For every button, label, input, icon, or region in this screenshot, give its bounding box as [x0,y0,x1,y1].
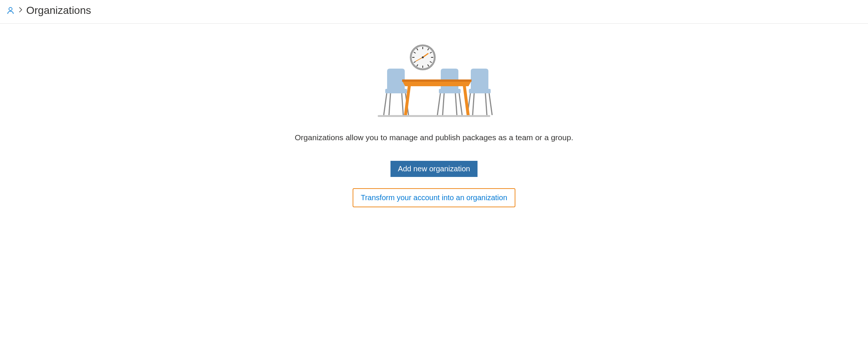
svg-line-30 [489,93,492,115]
empty-state-description: Organizations allow you to manage and pu… [295,133,573,142]
user-icon[interactable] [6,6,15,15]
svg-rect-18 [385,89,407,93]
svg-rect-1 [378,115,490,117]
svg-rect-33 [402,79,472,82]
svg-line-26 [443,93,444,115]
add-new-organization-button[interactable]: Add new organization [390,161,478,177]
svg-rect-23 [439,89,461,93]
svg-line-22 [402,93,403,115]
page-title: Organizations [26,4,91,16]
breadcrumb: Organizations [0,0,868,24]
svg-line-27 [455,93,457,115]
meeting-room-illustration [374,43,494,118]
svg-line-21 [389,93,390,115]
svg-line-19 [384,93,387,115]
chevron-right-icon [19,7,23,15]
svg-rect-28 [469,89,491,93]
svg-line-25 [459,93,462,115]
svg-line-32 [485,93,487,115]
empty-state: Organizations allow you to manage and pu… [0,24,868,207]
svg-line-31 [473,93,474,115]
svg-point-0 [9,7,12,10]
svg-line-24 [437,93,440,115]
svg-point-17 [422,57,424,58]
transform-account-button[interactable]: Transform your account into an organizat… [353,188,516,207]
